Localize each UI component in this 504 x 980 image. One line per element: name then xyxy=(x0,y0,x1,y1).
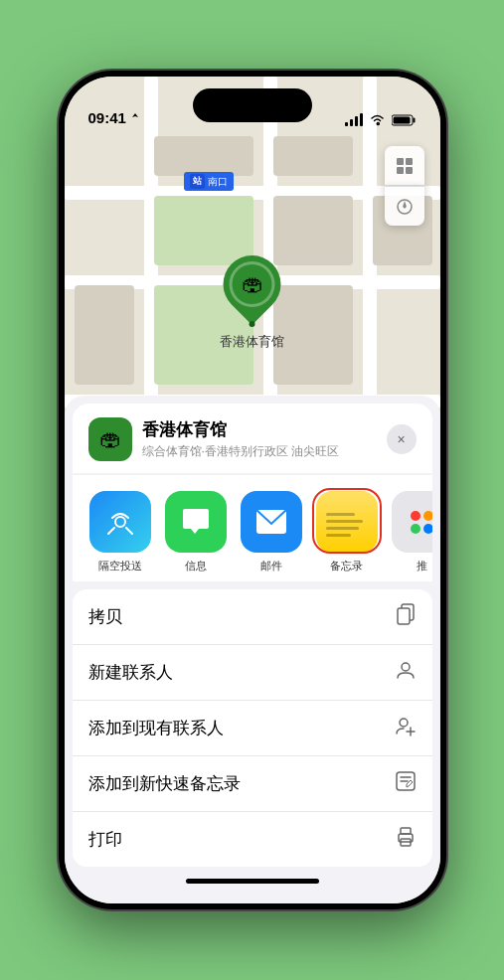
messages-icon-wrap xyxy=(165,491,227,553)
signal-bar-3 xyxy=(355,116,358,126)
new-contact-icon xyxy=(395,659,417,686)
notes-line-3 xyxy=(326,527,360,530)
svg-point-10 xyxy=(115,517,125,527)
airdrop-label: 隔空投送 xyxy=(98,559,142,573)
bottom-sheet: 🏟 香港体育馆 综合体育馆·香港特别行政区 油尖旺区 × xyxy=(65,396,440,903)
svg-rect-1 xyxy=(413,117,415,122)
phone-screen: 09:41 xyxy=(65,77,440,903)
location-button[interactable] xyxy=(385,186,424,226)
status-time: 09:41 xyxy=(88,109,141,126)
dynamic-island xyxy=(193,88,312,122)
location-active-icon xyxy=(129,112,141,124)
share-row: 隔空投送 信息 xyxy=(73,475,432,581)
block6 xyxy=(273,285,353,385)
action-row-print[interactable]: 打印 xyxy=(73,812,432,867)
block5 xyxy=(75,285,134,385)
dot-blue xyxy=(423,524,432,534)
block3 xyxy=(273,196,353,265)
svg-rect-3 xyxy=(397,158,404,165)
more-label: 推 xyxy=(417,559,427,573)
share-item-messages[interactable]: 信息 xyxy=(164,491,228,573)
share-item-mail[interactable]: 邮件 xyxy=(240,491,303,573)
venue-info: 香港体育馆 综合体育馆·香港特别行政区 油尖旺区 xyxy=(142,418,387,460)
pin-dot xyxy=(250,321,255,327)
status-right xyxy=(345,113,417,126)
action-list: 拷贝 新建联系人 xyxy=(73,589,432,867)
map-controls xyxy=(385,146,424,226)
battery-icon xyxy=(392,114,417,126)
action-row-copy[interactable]: 拷贝 xyxy=(73,589,432,645)
action-row-new-contact[interactable]: 新建联系人 xyxy=(73,645,432,701)
copy-label: 拷贝 xyxy=(88,605,122,628)
print-label: 打印 xyxy=(88,828,122,851)
messages-icon xyxy=(179,505,213,539)
mail-icon-wrap xyxy=(241,491,302,553)
dots-row-2 xyxy=(411,524,432,534)
signal-bar-2 xyxy=(350,119,353,126)
venue-subtitle: 综合体育馆·香港特别行政区 油尖旺区 xyxy=(142,443,387,460)
airdrop-icon-wrap xyxy=(89,491,151,553)
action-row-quick-note[interactable]: 添加到新快速备忘录 xyxy=(73,756,432,812)
subway-label: 站 南口 xyxy=(184,172,234,191)
pin-label: 香港体育馆 xyxy=(220,333,284,351)
venue-name: 香港体育馆 xyxy=(142,418,387,441)
dots-row-1 xyxy=(411,511,432,521)
close-button[interactable]: × xyxy=(387,424,417,454)
svg-rect-2 xyxy=(393,116,410,123)
action-row-add-existing[interactable]: 添加到现有联系人 xyxy=(73,701,432,756)
quick-note-label: 添加到新快速备忘录 xyxy=(88,772,241,795)
svg-rect-18 xyxy=(401,828,411,834)
pin-inner: 🏟 xyxy=(230,261,275,307)
dots-container xyxy=(403,503,432,542)
new-contact-label: 新建联系人 xyxy=(88,661,173,684)
dot-green xyxy=(411,524,420,534)
home-indicator xyxy=(186,879,319,884)
print-icon xyxy=(395,826,417,853)
time-label: 09:41 xyxy=(88,109,126,126)
map-type-button[interactable] xyxy=(385,146,424,186)
svg-rect-6 xyxy=(406,167,413,174)
svg-point-14 xyxy=(402,663,410,671)
subway-line-badge: 站 xyxy=(190,174,205,189)
compass-icon xyxy=(396,198,414,216)
messages-label: 信息 xyxy=(185,559,207,573)
wifi-icon xyxy=(369,114,386,126)
venue-icon: 🏟 xyxy=(88,417,132,461)
notes-line-2 xyxy=(326,520,364,523)
quick-note-icon xyxy=(395,770,417,797)
signal-bar-1 xyxy=(345,122,348,126)
svg-rect-5 xyxy=(397,167,404,174)
pin-outer: 🏟 xyxy=(211,244,292,325)
block1 xyxy=(154,136,253,176)
share-item-notes[interactable]: 备忘录 xyxy=(315,491,379,573)
location-pin: 🏟 香港体育馆 xyxy=(220,255,284,351)
signal-bar-4 xyxy=(360,113,363,126)
notes-icon-wrap xyxy=(316,491,378,553)
notes-lines xyxy=(316,499,378,545)
venue-header: 🏟 香港体育馆 综合体育馆·香港特别行政区 油尖旺区 × xyxy=(73,404,432,473)
add-existing-icon xyxy=(395,715,417,741)
airdrop-icon xyxy=(104,506,136,538)
add-existing-label: 添加到现有联系人 xyxy=(88,717,224,739)
close-icon: × xyxy=(397,431,405,447)
svg-point-9 xyxy=(403,205,406,208)
pin-shape: 🏟 xyxy=(221,255,284,327)
share-item-more[interactable]: 推 xyxy=(391,491,432,573)
signal-bars xyxy=(345,113,363,126)
phone-frame: 09:41 xyxy=(59,71,446,909)
dot-orange xyxy=(423,511,432,521)
svg-point-15 xyxy=(400,719,408,727)
share-item-airdrop[interactable]: 隔空投送 xyxy=(88,491,152,573)
notes-line-4 xyxy=(326,534,351,537)
mail-label: 邮件 xyxy=(260,559,282,573)
map-type-icon xyxy=(395,156,415,176)
copy-icon xyxy=(395,603,417,630)
subway-name: 南口 xyxy=(208,175,228,189)
mail-icon xyxy=(254,508,288,536)
dot-red xyxy=(411,511,420,521)
svg-rect-4 xyxy=(406,158,413,165)
notes-label: 备忘录 xyxy=(330,559,363,573)
notes-line-1 xyxy=(326,513,355,516)
block2 xyxy=(273,136,353,176)
more-apps-icon-wrap xyxy=(392,491,432,553)
